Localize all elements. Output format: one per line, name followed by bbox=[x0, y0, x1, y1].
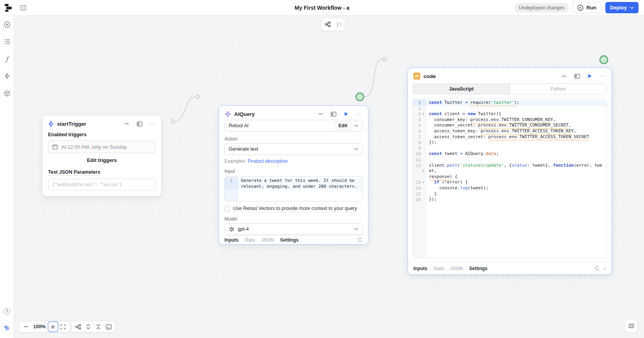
schedule-text: At 12:00 AM, only on Sunday bbox=[61, 144, 127, 150]
functions-icon[interactable]: ƒ bbox=[3, 55, 11, 63]
tab-python[interactable]: Python bbox=[510, 84, 607, 94]
node-more-menu-icon[interactable]: ··· bbox=[599, 73, 606, 80]
collapse-all-icon[interactable] bbox=[93, 322, 103, 332]
tab-inputs[interactable]: Inputs bbox=[413, 266, 427, 271]
refresh-icon[interactable] bbox=[358, 237, 363, 242]
vectors-checkbox[interactable] bbox=[224, 206, 230, 212]
node-more-menu-icon[interactable]: ··· bbox=[356, 110, 363, 117]
run-button[interactable]: Run bbox=[572, 2, 601, 13]
refresh-icon[interactable] bbox=[594, 266, 600, 271]
zoom-level: 100% bbox=[31, 324, 48, 329]
play-circle-icon bbox=[577, 5, 584, 11]
toggle-left-panel-icon[interactable] bbox=[19, 4, 27, 12]
deploy-button[interactable]: Deploy bbox=[605, 2, 639, 13]
js-badge-icon: JS bbox=[413, 73, 420, 80]
enabled-triggers-label: Enabled triggers bbox=[48, 132, 156, 137]
retool-logo-icon[interactable] bbox=[5, 4, 13, 12]
test-json-input[interactable] bbox=[48, 179, 156, 190]
vectors-checkbox-label: Use Retool Vectors to provide more conte… bbox=[233, 206, 357, 212]
action-label: Action bbox=[224, 136, 363, 142]
minimap-button[interactable] bbox=[624, 319, 638, 333]
fit-view-icon[interactable] bbox=[58, 322, 68, 332]
run-label: Run bbox=[586, 5, 596, 11]
node-start-trigger[interactable]: startTrigger ··· Enabled triggers At 12:… bbox=[42, 115, 162, 196]
tab-json[interactable]: JSON bbox=[450, 266, 463, 271]
tab-settings[interactable]: Settings bbox=[469, 266, 487, 271]
run-block-icon[interactable] bbox=[343, 110, 350, 117]
openai-icon bbox=[229, 226, 235, 232]
tab-settings[interactable]: Settings bbox=[280, 237, 299, 243]
trigger-bolt-icon bbox=[48, 121, 54, 127]
tab-data[interactable]: Data bbox=[434, 266, 444, 271]
triggers-bolt-icon[interactable] bbox=[3, 72, 11, 80]
open-side-panel-icon[interactable] bbox=[573, 73, 580, 80]
tab-javascript[interactable]: JavaScript bbox=[413, 84, 510, 94]
resources-cube-icon[interactable] bbox=[3, 89, 11, 98]
resource-value: Retool AI bbox=[229, 123, 331, 128]
toggle-bottom-panel-icon[interactable] bbox=[103, 322, 114, 332]
canvas-mini-toolbar bbox=[321, 18, 345, 31]
node-more-menu-icon[interactable]: ··· bbox=[149, 120, 156, 127]
top-bar: My First Workflow - a Undeployed changes… bbox=[0, 0, 644, 16]
run-block-icon[interactable] bbox=[586, 73, 593, 80]
product-description-link[interactable]: Product description bbox=[247, 158, 288, 164]
expand-all-icon[interactable] bbox=[83, 322, 93, 332]
resource-select[interactable]: Retool AI Edit bbox=[224, 120, 363, 132]
schedule-trigger-row[interactable]: At 12:00 AM, only on Sunday bbox=[48, 141, 156, 153]
resize-handle-icon[interactable] bbox=[603, 267, 606, 270]
left-sidebar: ƒ ? bbox=[0, 16, 14, 338]
grid-view-icon[interactable] bbox=[335, 21, 343, 28]
node-title: AIQuery bbox=[234, 111, 255, 117]
blocks-list-icon[interactable] bbox=[3, 37, 11, 46]
minimize-node-icon[interactable] bbox=[123, 120, 130, 127]
node-title: startTrigger bbox=[57, 121, 86, 127]
ai-sparkle-icon bbox=[224, 111, 231, 117]
chevron-down-icon bbox=[630, 7, 634, 9]
chevron-down-icon bbox=[354, 228, 358, 230]
zoom-controls: 100% bbox=[19, 321, 70, 333]
auto-layout-icon[interactable] bbox=[324, 21, 331, 28]
node-ai-query[interactable]: AIQuery ··· Retool AI Edit Action Genera… bbox=[219, 105, 368, 245]
examples-label: Examples: bbox=[224, 158, 246, 164]
auto-arrange-icon[interactable] bbox=[73, 322, 83, 332]
onboarding-rocket-icon[interactable] bbox=[3, 324, 11, 333]
chevron-down-icon bbox=[354, 125, 358, 127]
model-select[interactable]: gpt-4 bbox=[224, 223, 363, 235]
open-side-panel-icon[interactable] bbox=[136, 120, 143, 127]
ai-input-editor[interactable]: 1Generate a tweet for this week. It shou… bbox=[224, 176, 363, 201]
code-input-handle bbox=[383, 58, 386, 61]
vectors-checkbox-row: Use Retool Vectors to provide more conte… bbox=[224, 206, 363, 212]
workflow-canvas[interactable]: startTrigger ··· Enabled triggers At 12:… bbox=[14, 16, 644, 338]
node-code[interactable]: JS code ··· JavaScript Python 1const Twi… bbox=[407, 68, 612, 275]
action-value: Generate text bbox=[229, 146, 351, 152]
start-trigger-output-handle bbox=[171, 120, 175, 123]
add-block-icon[interactable] bbox=[3, 20, 11, 29]
code-editor[interactable]: 1const Twitter = require('twitter');2 3∨… bbox=[413, 98, 607, 258]
code-output-handle bbox=[600, 56, 608, 64]
edit-resource-button[interactable]: Edit bbox=[334, 121, 351, 130]
open-side-panel-icon[interactable] bbox=[330, 110, 337, 117]
tab-data[interactable]: Data bbox=[245, 237, 255, 243]
model-label: Model bbox=[224, 216, 363, 222]
edit-triggers-button[interactable]: Edit triggers bbox=[48, 153, 156, 165]
map-icon bbox=[628, 323, 634, 329]
tab-inputs[interactable]: Inputs bbox=[224, 237, 238, 243]
deploy-label: Deploy bbox=[610, 5, 627, 11]
retool-workflows-app: My First Workflow - a Undeployed changes… bbox=[0, 0, 644, 338]
ai-query-input-handle bbox=[196, 95, 199, 99]
action-select[interactable]: Generate text bbox=[224, 143, 363, 155]
help-icon[interactable]: ? bbox=[3, 307, 11, 315]
undeployed-changes-badge: Undeployed changes bbox=[515, 3, 568, 12]
chevron-down-icon bbox=[354, 148, 358, 150]
model-value: gpt-4 bbox=[238, 226, 351, 232]
language-switcher: JavaScript Python bbox=[413, 84, 607, 94]
input-label: Input bbox=[224, 169, 363, 174]
tab-json[interactable]: JSON bbox=[261, 237, 274, 243]
layout-controls bbox=[71, 321, 116, 333]
zoom-out-icon[interactable] bbox=[21, 322, 31, 332]
minimize-node-icon[interactable] bbox=[560, 73, 568, 80]
ai-query-footer-tabs: Inputs Data JSON Settings bbox=[219, 235, 368, 244]
minimize-node-icon[interactable] bbox=[317, 110, 324, 117]
zoom-in-icon[interactable] bbox=[48, 322, 58, 332]
examples-row: Examples: Product description bbox=[224, 158, 363, 164]
